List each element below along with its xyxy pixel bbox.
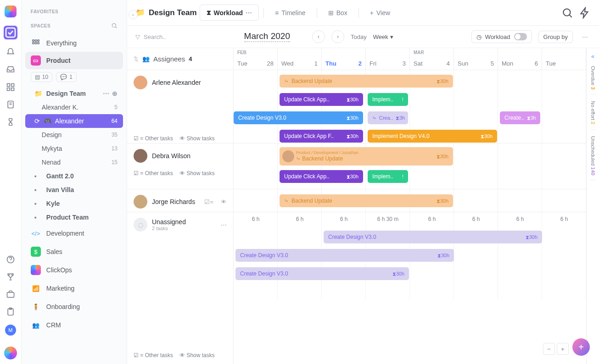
dashboard-icon[interactable] bbox=[6, 83, 15, 92]
other-tasks-toggle[interactable]: ☑ = Other tasks bbox=[134, 170, 173, 176]
overdue-stat[interactable]: Overdue 3 bbox=[590, 61, 596, 94]
show-tasks-toggle[interactable]: 👁 Show tasks bbox=[179, 135, 215, 142]
task-bar[interactable]: Create Design V3.0⧗30h bbox=[235, 249, 454, 262]
task-bar[interactable]: Update Click App..⧗30h bbox=[280, 170, 363, 183]
task-bar[interactable]: Update Click App F..⧗30h bbox=[280, 130, 363, 143]
more-icon[interactable]: ⋯ bbox=[221, 221, 227, 228]
other-tasks-footer[interactable]: ☑ = Other tasks bbox=[134, 352, 173, 358]
design-team-folder[interactable]: 📁Design Team ⋯⊕ bbox=[22, 87, 127, 100]
everything-item[interactable]: Everything bbox=[22, 34, 127, 52]
marketing-space[interactable]: 📶Marketing bbox=[22, 279, 127, 298]
month-label[interactable]: March 2020 bbox=[244, 31, 290, 42]
unassigned-row[interactable]: ◌ Unassigned2 tasks ⋯ bbox=[127, 212, 233, 237]
task-bar[interactable]: Implem..! bbox=[368, 93, 408, 106]
timeline-tab[interactable]: ≡Timeline bbox=[269, 6, 312, 20]
subtask-icon: ⤷ bbox=[296, 155, 301, 162]
docs-badge[interactable]: ▤10 bbox=[31, 72, 52, 82]
noeffort-stat[interactable]: No effort 2 bbox=[590, 96, 596, 129]
group-by-button[interactable]: Group by bbox=[538, 31, 573, 43]
kyle-folder[interactable]: ▪Kyle bbox=[22, 197, 127, 210]
crm-space[interactable]: 👥CRM bbox=[22, 316, 127, 334]
product-team-folder[interactable]: ▪Product Team bbox=[22, 210, 127, 224]
trophy-icon[interactable] bbox=[6, 272, 15, 281]
week-selector[interactable]: Week▾ bbox=[373, 33, 393, 40]
task-bar[interactable]: Product / Development / Jonathan⤷ Backen… bbox=[280, 147, 453, 165]
toggle-switch[interactable] bbox=[514, 33, 527, 40]
day-cell[interactable]: Mon6 bbox=[498, 48, 542, 70]
other-tasks-mini[interactable]: ☑= bbox=[204, 199, 213, 205]
briefcase-icon[interactable] bbox=[6, 290, 15, 299]
help-icon[interactable] bbox=[6, 255, 15, 264]
collapse-panel-icon[interactable]: « bbox=[591, 53, 594, 60]
debra-row[interactable]: Debra Wilson ☑ = Other tasks👁 Show tasks bbox=[127, 143, 233, 189]
task-bar[interactable]: Create Design V3.0⧗30h bbox=[234, 111, 363, 124]
home-icon[interactable] bbox=[4, 26, 17, 39]
more-icon[interactable]: ⋯ bbox=[246, 9, 252, 17]
other-tasks-toggle[interactable]: ☑ = Other tasks bbox=[134, 135, 173, 142]
sales-space[interactable]: $Sales bbox=[22, 243, 127, 261]
zoom-out-button[interactable]: − bbox=[543, 343, 555, 355]
next-button[interactable]: › bbox=[331, 30, 344, 43]
logo-icon[interactable] bbox=[5, 6, 17, 17]
add-task-fab[interactable]: + bbox=[572, 338, 590, 356]
day-cell[interactable]: Wed1 bbox=[278, 48, 322, 70]
alexander-k-item[interactable]: Alexander K.5 bbox=[22, 100, 127, 114]
day-cell[interactable]: Fri3 bbox=[366, 48, 410, 70]
timeline-area[interactable]: FEB MAR Tue28 Wed1 Thu2 Fri3 Sat4 Sun5 M… bbox=[234, 48, 586, 364]
show-tasks-mini[interactable]: 👁 bbox=[221, 199, 227, 205]
clickops-space[interactable]: ClickOps bbox=[22, 261, 127, 279]
search-button[interactable] bbox=[561, 7, 573, 19]
box-tab[interactable]: ⊞Box bbox=[322, 6, 354, 20]
unscheduled-stat[interactable]: Unscheduled 140 bbox=[590, 132, 596, 181]
clipboard-icon[interactable] bbox=[6, 307, 15, 316]
workload-tab[interactable]: ⧗Workload⋯ bbox=[200, 5, 259, 21]
show-tasks-footer[interactable]: 👁 Show tasks bbox=[179, 352, 215, 358]
collapse-sidebar-button[interactable]: ‹ bbox=[129, 10, 138, 19]
search-icon[interactable] bbox=[111, 22, 118, 29]
design-item[interactable]: Design35 bbox=[22, 128, 127, 142]
search-input[interactable]: ▽Search.. bbox=[135, 33, 166, 40]
prev-button[interactable]: ‹ bbox=[312, 30, 325, 43]
add-icon[interactable]: ⊕ bbox=[112, 90, 118, 97]
breadcrumb[interactable]: 📁Design Team bbox=[135, 8, 197, 17]
alexander-item[interactable]: ⟳🎮Alexander64 bbox=[25, 114, 123, 128]
sort-icon[interactable]: ⇅ bbox=[134, 55, 139, 62]
gantt-folder[interactable]: ▪Gantt 2.0 bbox=[22, 169, 127, 183]
task-bar[interactable]: ⤷Crea..⧗3h bbox=[368, 111, 408, 124]
day-cell[interactable]: Sun5 bbox=[454, 48, 498, 70]
docs-icon[interactable] bbox=[6, 100, 15, 109]
user-avatar[interactable]: M bbox=[5, 325, 16, 336]
inbox-icon[interactable] bbox=[6, 65, 15, 74]
automation-button[interactable] bbox=[579, 7, 591, 19]
arlene-row[interactable]: Arlene Alexander ☑ = Other tasks👁 Show t… bbox=[127, 70, 233, 143]
onboarding-space[interactable]: 🧍Onboarding bbox=[22, 298, 127, 316]
task-bar[interactable]: Implem..! bbox=[368, 170, 408, 183]
mykyta-item[interactable]: Mykyta13 bbox=[22, 142, 127, 155]
add-view-button[interactable]: +View bbox=[364, 6, 397, 20]
development-space[interactable]: </>Development bbox=[22, 224, 127, 243]
ivan-folder[interactable]: ▪Ivan Villa bbox=[22, 183, 127, 197]
workload-toggle[interactable]: ◷Workload bbox=[471, 30, 532, 43]
bell-icon[interactable] bbox=[6, 48, 15, 57]
today-button[interactable]: Today bbox=[351, 33, 367, 40]
icon-rail: M bbox=[0, 0, 22, 364]
more-button[interactable]: ⋯ bbox=[579, 33, 591, 40]
task-bar[interactable]: Create Design V3.0⧗30h bbox=[235, 267, 409, 280]
task-bar[interactable]: Create..⧗3h bbox=[500, 111, 540, 124]
jorge-row[interactable]: Jorge Richards☑=👁 bbox=[127, 189, 233, 212]
timer-icon[interactable] bbox=[6, 117, 15, 127]
workspace-avatar[interactable] bbox=[4, 347, 17, 359]
task-bar[interactable]: ⤷Backend Update⧗30h bbox=[280, 194, 453, 207]
more-icon[interactable]: ⋯ bbox=[103, 90, 109, 97]
product-space[interactable]: ▭ Product bbox=[25, 52, 123, 69]
task-bar[interactable]: Create Design V3.0⧗30h bbox=[324, 231, 542, 243]
task-bar[interactable]: Implement Design V4.0⧗30h bbox=[368, 130, 497, 143]
task-bar[interactable]: Update Click App..⧗30h bbox=[280, 93, 363, 106]
task-bar[interactable]: ⤷Backend Update⧗30h bbox=[280, 75, 453, 88]
zoom-in-button[interactable]: + bbox=[557, 343, 569, 355]
chat-badge[interactable]: 💬1 bbox=[56, 72, 77, 82]
nenad-item[interactable]: Nenad15 bbox=[22, 155, 127, 169]
day-cell[interactable]: Tue bbox=[542, 48, 586, 70]
day-cell-active[interactable]: Thu2 bbox=[322, 48, 366, 70]
show-tasks-toggle[interactable]: 👁 Show tasks bbox=[179, 170, 215, 176]
